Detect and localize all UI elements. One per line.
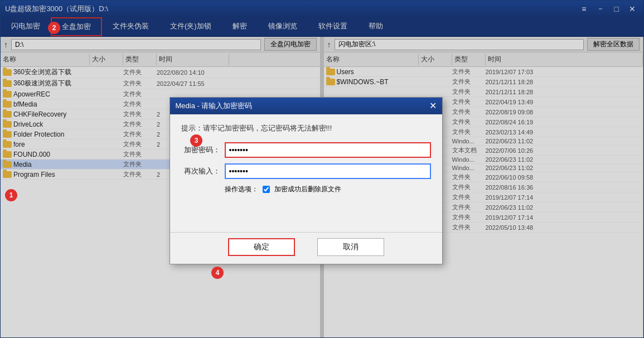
dialog-hint: 提示：请牢记加密密码，忘记密码将无法解密!!! [181, 123, 431, 133]
ok-button[interactable]: 确定 [228, 238, 295, 256]
dialog-body: 提示：请牢记加密密码，忘记密码将无法解密!!! 加密密码： 再次输入： 操作选项… [170, 114, 442, 232]
cancel-button[interactable]: 取消 [317, 238, 384, 256]
step1-circle: 1 [5, 189, 17, 201]
password-input[interactable] [225, 142, 431, 158]
confirm-label: 再次输入： [181, 166, 220, 176]
dialog-close-btn[interactable]: ✕ [429, 102, 437, 110]
dialog-footer: 确定 取消 [170, 232, 442, 264]
step3-circle: 3 [190, 134, 202, 147]
step4-circle: 4 [211, 267, 224, 279]
dialog: Media - 请输入加密密码 ✕ 提示：请牢记加密密码，忘记密码将无法解密!!… [170, 97, 443, 264]
dialog-title-bar: Media - 请输入加密密码 ✕ [170, 98, 442, 114]
password-label: 加密密码： [181, 145, 220, 155]
option-label: 操作选项： [225, 185, 258, 194]
dialog-title: Media - 请输入加密密码 [176, 101, 253, 111]
confirm-input[interactable] [225, 163, 431, 179]
dialog-overlay: Media - 请输入加密密码 ✕ 提示：请牢记加密密码，忘记密码将无法解密!!… [1, 1, 644, 338]
step2-circle: 2 [48, 22, 60, 34]
delete-original-checkbox[interactable] [263, 186, 270, 193]
password-row: 加密密码： [181, 142, 431, 158]
options-row: 操作选项： 加密成功后删除原文件 [181, 185, 431, 194]
option-text: 加密成功后删除原文件 [274, 185, 341, 194]
confirm-row: 再次输入： [181, 163, 431, 179]
